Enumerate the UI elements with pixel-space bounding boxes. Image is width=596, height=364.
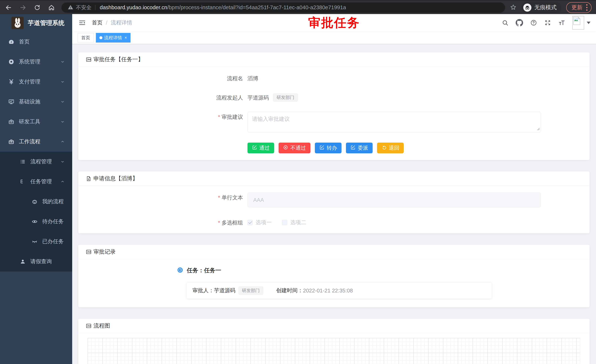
field-label: *多选框组 bbox=[86, 218, 243, 226]
bookmark-star-icon[interactable] bbox=[510, 4, 517, 11]
initiator-value: 芋道源码 研发部门 bbox=[247, 93, 298, 102]
update-button[interactable]: 更新 bbox=[566, 2, 592, 13]
browser-menu-icon[interactable] bbox=[586, 4, 588, 11]
form-row-process-name: 流程名 滔博 bbox=[86, 73, 582, 82]
url-text: dashboard.yudao.iocoder.cn/bpm/process-i… bbox=[100, 4, 346, 11]
dept-tag: 研发部门 bbox=[273, 93, 298, 102]
sidebar-item-todo-tasks[interactable]: 待办任务 bbox=[0, 211, 72, 232]
breadcrumb: 首页 / 流程详情 bbox=[92, 19, 132, 26]
sidebar-item-payment[interactable]: 支付管理 bbox=[0, 72, 72, 92]
eye-icon bbox=[31, 218, 38, 225]
back-icon[interactable] bbox=[5, 4, 12, 11]
card-header: 流程图 bbox=[78, 319, 589, 333]
reload-icon[interactable] bbox=[34, 4, 40, 11]
chevron-down-icon bbox=[60, 160, 65, 164]
breadcrumb-home[interactable]: 首页 bbox=[92, 19, 103, 26]
picture-icon bbox=[86, 57, 92, 63]
action-buttons: 通过 不通过 转办 委 bbox=[247, 143, 582, 153]
briefcase-icon bbox=[8, 138, 15, 145]
content: 审批任务【任务一】 流程名 滔博 流程发起人 芋道源码 研发部门 bbox=[72, 44, 596, 364]
sidebar-item-task-mgmt[interactable]: 任务管理 bbox=[0, 172, 72, 192]
reject-button[interactable]: 不通过 bbox=[279, 143, 310, 153]
document-icon bbox=[86, 176, 92, 182]
update-label: 更新 bbox=[571, 4, 582, 11]
suggestion-textarea[interactable]: 请输入审批建议 bbox=[247, 112, 541, 132]
divider bbox=[95, 5, 95, 10]
close-icon[interactable]: × bbox=[125, 36, 127, 40]
sidebar-item-leave-query[interactable]: 请假查询 bbox=[0, 252, 72, 271]
sidebar-spacer bbox=[0, 271, 72, 364]
font-size-icon[interactable] bbox=[558, 19, 565, 26]
chevron-down-icon bbox=[60, 80, 65, 84]
bpmn-diagram-canvas[interactable] bbox=[88, 338, 580, 364]
sidebar: 芋道管理系统 首页 系统管理 支付管理 bbox=[0, 14, 72, 364]
picture-icon bbox=[86, 323, 92, 329]
apply-info-card: 申请信息【滔博】 *单行文本 *多选框组 选项一 选项二 bbox=[78, 171, 590, 233]
sidebar-item-done-tasks[interactable]: 已办任务 bbox=[0, 232, 72, 252]
card-title: 审批记录 bbox=[93, 248, 116, 256]
field-label: *单行文本 bbox=[86, 193, 243, 207]
dept-tag: 研发部门 bbox=[238, 286, 263, 295]
form-row-checkbox-group: *多选框组 选项一 选项二 bbox=[86, 218, 582, 226]
chevron-down-icon bbox=[60, 119, 65, 124]
sidebar-menu: 首页 系统管理 支付管理 基础设施 bbox=[0, 32, 72, 364]
incognito-badge: 无痕模式 bbox=[522, 2, 561, 13]
edit-icon bbox=[350, 145, 356, 151]
form-row-text: *单行文本 bbox=[86, 193, 582, 207]
forward-icon[interactable] bbox=[20, 4, 26, 11]
sidebar-item-system[interactable]: 系统管理 bbox=[0, 52, 72, 72]
sidebar-item-home[interactable]: 首页 bbox=[0, 32, 72, 52]
app-title: 芋道管理系统 bbox=[28, 19, 64, 27]
task-title: 任务：任务一 bbox=[187, 267, 221, 274]
help-icon[interactable] bbox=[530, 19, 537, 26]
fullscreen-icon[interactable] bbox=[544, 19, 551, 26]
face-icon bbox=[31, 198, 38, 205]
card-title: 流程图 bbox=[93, 322, 110, 330]
sidebar-item-devtools[interactable]: 研发工具 bbox=[0, 112, 72, 132]
required-asterisk: * bbox=[218, 195, 220, 201]
github-icon[interactable] bbox=[516, 19, 523, 26]
dashboard-icon bbox=[8, 39, 15, 45]
sidebar-item-process-mgmt[interactable]: 流程管理 bbox=[0, 152, 72, 172]
process-diagram-card: 流程图 bbox=[78, 319, 590, 364]
annotation-text: 审批任务 bbox=[308, 15, 360, 31]
user-menu[interactable] bbox=[572, 16, 590, 29]
approve-button[interactable]: 通过 bbox=[247, 143, 274, 153]
field-label: 流程发起人 bbox=[86, 93, 243, 102]
url-bar[interactable]: 不安全 dashboard.yudao.iocoder.cn/bpm/proce… bbox=[61, 2, 505, 13]
created-label: 创建时间： bbox=[276, 287, 303, 294]
delegate-button[interactable]: 委派 bbox=[346, 143, 372, 153]
transfer-button[interactable]: 转办 bbox=[315, 143, 342, 153]
checkbox-option-2[interactable]: 选项二 bbox=[282, 219, 306, 226]
chevron-down-icon bbox=[60, 59, 65, 64]
caret-down-icon bbox=[587, 22, 590, 24]
tab-process-detail[interactable]: 流程详情× bbox=[96, 33, 130, 43]
sidebar-item-workflow[interactable]: 工作流程 bbox=[0, 132, 72, 152]
hamburger-icon[interactable] bbox=[78, 19, 86, 26]
card-header: 申请信息【滔博】 bbox=[78, 171, 589, 186]
sidebar-item-my-process[interactable]: 我的流程 bbox=[0, 192, 72, 211]
org-tree-icon bbox=[19, 179, 26, 185]
user-icon bbox=[19, 258, 26, 265]
app-logo-row[interactable]: 芋道管理系统 bbox=[0, 14, 72, 32]
home-icon[interactable] bbox=[48, 4, 55, 11]
checkbox-option-1[interactable]: 选项一 bbox=[247, 219, 272, 226]
tab-home[interactable]: 首页 bbox=[78, 33, 94, 43]
security-label[interactable]: 不安全 bbox=[76, 4, 91, 11]
picture-icon bbox=[86, 249, 92, 255]
approval-task-card: 审批任务【任务一】 流程名 滔博 流程发起人 芋道源码 研发部门 bbox=[78, 52, 590, 160]
return-button[interactable]: 退回 bbox=[377, 143, 404, 153]
chevron-up-icon bbox=[60, 179, 65, 184]
resize-handle-icon[interactable] bbox=[536, 127, 540, 131]
single-line-text-input[interactable] bbox=[247, 193, 541, 207]
clock-icon bbox=[177, 267, 183, 274]
form-row-suggestion: *审批建议 请输入审批建议 bbox=[86, 112, 582, 132]
checkbox-unchecked-icon bbox=[282, 220, 287, 225]
yen-icon bbox=[8, 79, 15, 85]
active-dot bbox=[99, 36, 102, 39]
created-value: 2022-01-21 22:35:08 bbox=[303, 288, 353, 294]
sidebar-item-infra[interactable]: 基础设施 bbox=[0, 92, 72, 112]
breadcrumb-current: 流程详情 bbox=[111, 19, 132, 26]
search-icon[interactable] bbox=[502, 19, 509, 26]
checkbox-group: 选项一 选项二 bbox=[247, 218, 306, 226]
